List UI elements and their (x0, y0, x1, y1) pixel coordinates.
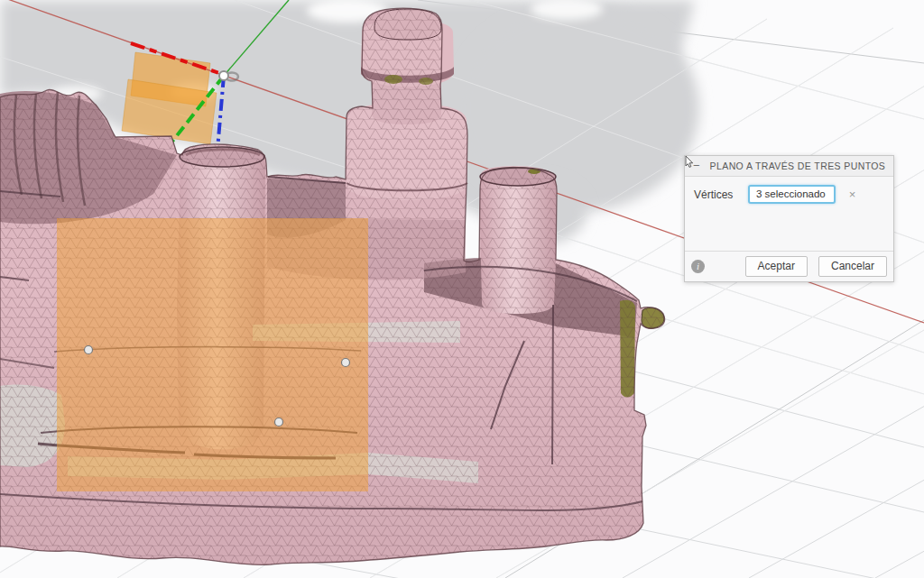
dialog-title: PLANO A TRAVÉS DE TRES PUNTOS (710, 161, 886, 171)
accept-button[interactable]: Aceptar (745, 256, 808, 277)
dialog-footer: i Aceptar Cancelar (685, 251, 893, 281)
vertices-field-row: Vértices 3 seleccionado × (685, 177, 893, 207)
cursor-arrow-icon (685, 156, 694, 168)
fusion-viewport-window: − PLANO A TRAVÉS DE TRES PUNTOS Vértices… (0, 0, 924, 578)
dialog-body-spacer (685, 207, 893, 251)
viewport-3d[interactable] (0, 0, 924, 578)
cancel-button[interactable]: Cancelar (818, 256, 887, 277)
selected-vertex-3[interactable] (275, 418, 283, 427)
plane-three-points-dialog: − PLANO A TRAVÉS DE TRES PUNTOS Vértices… (684, 155, 894, 282)
info-icon[interactable]: i (691, 260, 705, 273)
plane-preview-large (57, 218, 368, 491)
clear-selection-icon[interactable]: × (849, 188, 856, 200)
collapse-icon[interactable]: − (693, 161, 700, 170)
selection-count-text: 3 seleccionado (756, 188, 826, 199)
origin-point[interactable] (219, 71, 228, 80)
selection-input[interactable]: 3 seleccionado (748, 185, 836, 204)
selected-vertex-1[interactable] (85, 346, 93, 354)
selected-vertex-2[interactable] (342, 359, 350, 367)
vertices-field-label: Vértices (694, 188, 748, 201)
dialog-header[interactable]: − PLANO A TRAVÉS DE TRES PUNTOS (685, 156, 893, 177)
